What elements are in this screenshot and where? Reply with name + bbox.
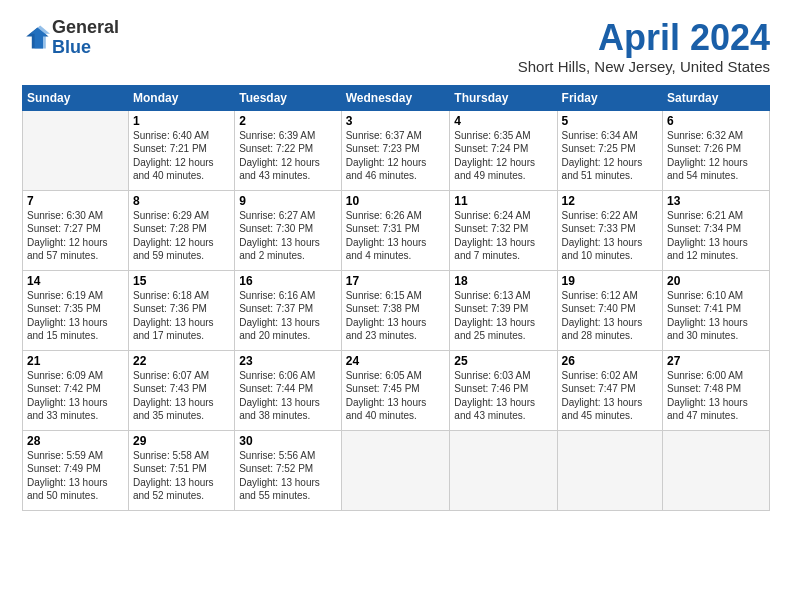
weekday-monday: Monday <box>128 85 234 110</box>
day-cell: 28Sunrise: 5:59 AMSunset: 7:49 PMDayligh… <box>23 430 129 510</box>
day-cell: 10Sunrise: 6:26 AMSunset: 7:31 PMDayligh… <box>341 190 450 270</box>
day-cell: 14Sunrise: 6:19 AMSunset: 7:35 PMDayligh… <box>23 270 129 350</box>
day-number: 14 <box>27 274 124 288</box>
day-info: Sunrise: 6:07 AMSunset: 7:43 PMDaylight:… <box>133 369 230 423</box>
day-info: Sunrise: 6:18 AMSunset: 7:36 PMDaylight:… <box>133 289 230 343</box>
day-number: 30 <box>239 434 337 448</box>
day-cell: 3Sunrise: 6:37 AMSunset: 7:23 PMDaylight… <box>341 110 450 190</box>
day-number: 18 <box>454 274 552 288</box>
day-number: 11 <box>454 194 552 208</box>
day-info: Sunrise: 6:12 AMSunset: 7:40 PMDaylight:… <box>562 289 658 343</box>
day-info: Sunrise: 5:59 AMSunset: 7:49 PMDaylight:… <box>27 449 124 503</box>
page: General Blue April 2024 Short Hills, New… <box>0 0 792 612</box>
day-cell: 21Sunrise: 6:09 AMSunset: 7:42 PMDayligh… <box>23 350 129 430</box>
day-number: 2 <box>239 114 337 128</box>
day-number: 10 <box>346 194 446 208</box>
day-info: Sunrise: 6:37 AMSunset: 7:23 PMDaylight:… <box>346 129 446 183</box>
day-number: 9 <box>239 194 337 208</box>
day-number: 1 <box>133 114 230 128</box>
calendar-table: SundayMondayTuesdayWednesdayThursdayFrid… <box>22 85 770 511</box>
logo-general-text: General <box>52 17 119 37</box>
day-cell: 25Sunrise: 6:03 AMSunset: 7:46 PMDayligh… <box>450 350 557 430</box>
day-info: Sunrise: 6:03 AMSunset: 7:46 PMDaylight:… <box>454 369 552 423</box>
week-row-1: 1Sunrise: 6:40 AMSunset: 7:21 PMDaylight… <box>23 110 770 190</box>
day-cell <box>450 430 557 510</box>
day-info: Sunrise: 6:21 AMSunset: 7:34 PMDaylight:… <box>667 209 765 263</box>
week-row-2: 7Sunrise: 6:30 AMSunset: 7:27 PMDaylight… <box>23 190 770 270</box>
day-number: 29 <box>133 434 230 448</box>
day-info: Sunrise: 6:24 AMSunset: 7:32 PMDaylight:… <box>454 209 552 263</box>
day-number: 26 <box>562 354 658 368</box>
day-number: 25 <box>454 354 552 368</box>
title-block: April 2024 Short Hills, New Jersey, Unit… <box>518 18 770 75</box>
day-cell: 19Sunrise: 6:12 AMSunset: 7:40 PMDayligh… <box>557 270 662 350</box>
weekday-friday: Friday <box>557 85 662 110</box>
weekday-tuesday: Tuesday <box>235 85 342 110</box>
day-cell: 9Sunrise: 6:27 AMSunset: 7:30 PMDaylight… <box>235 190 342 270</box>
day-info: Sunrise: 6:16 AMSunset: 7:37 PMDaylight:… <box>239 289 337 343</box>
day-cell: 12Sunrise: 6:22 AMSunset: 7:33 PMDayligh… <box>557 190 662 270</box>
day-number: 7 <box>27 194 124 208</box>
day-cell: 27Sunrise: 6:00 AMSunset: 7:48 PMDayligh… <box>663 350 770 430</box>
day-cell: 22Sunrise: 6:07 AMSunset: 7:43 PMDayligh… <box>128 350 234 430</box>
logo-blue-text: Blue <box>52 37 91 57</box>
day-number: 8 <box>133 194 230 208</box>
day-number: 21 <box>27 354 124 368</box>
day-cell: 24Sunrise: 6:05 AMSunset: 7:45 PMDayligh… <box>341 350 450 430</box>
day-cell: 7Sunrise: 6:30 AMSunset: 7:27 PMDaylight… <box>23 190 129 270</box>
header: General Blue April 2024 Short Hills, New… <box>22 18 770 75</box>
day-number: 16 <box>239 274 337 288</box>
day-info: Sunrise: 6:02 AMSunset: 7:47 PMDaylight:… <box>562 369 658 423</box>
day-number: 5 <box>562 114 658 128</box>
day-info: Sunrise: 6:39 AMSunset: 7:22 PMDaylight:… <box>239 129 337 183</box>
day-number: 13 <box>667 194 765 208</box>
day-info: Sunrise: 6:19 AMSunset: 7:35 PMDaylight:… <box>27 289 124 343</box>
day-number: 15 <box>133 274 230 288</box>
calendar-body: 1Sunrise: 6:40 AMSunset: 7:21 PMDaylight… <box>23 110 770 510</box>
day-number: 3 <box>346 114 446 128</box>
day-cell <box>663 430 770 510</box>
day-info: Sunrise: 6:34 AMSunset: 7:25 PMDaylight:… <box>562 129 658 183</box>
day-number: 19 <box>562 274 658 288</box>
day-info: Sunrise: 6:13 AMSunset: 7:39 PMDaylight:… <box>454 289 552 343</box>
day-cell: 20Sunrise: 6:10 AMSunset: 7:41 PMDayligh… <box>663 270 770 350</box>
day-cell: 26Sunrise: 6:02 AMSunset: 7:47 PMDayligh… <box>557 350 662 430</box>
day-info: Sunrise: 6:30 AMSunset: 7:27 PMDaylight:… <box>27 209 124 263</box>
day-cell <box>23 110 129 190</box>
day-number: 20 <box>667 274 765 288</box>
day-number: 24 <box>346 354 446 368</box>
day-cell: 1Sunrise: 6:40 AMSunset: 7:21 PMDaylight… <box>128 110 234 190</box>
day-cell: 15Sunrise: 6:18 AMSunset: 7:36 PMDayligh… <box>128 270 234 350</box>
day-info: Sunrise: 6:35 AMSunset: 7:24 PMDaylight:… <box>454 129 552 183</box>
weekday-saturday: Saturday <box>663 85 770 110</box>
logo-icon <box>22 24 50 52</box>
day-cell: 16Sunrise: 6:16 AMSunset: 7:37 PMDayligh… <box>235 270 342 350</box>
day-cell: 8Sunrise: 6:29 AMSunset: 7:28 PMDaylight… <box>128 190 234 270</box>
day-number: 6 <box>667 114 765 128</box>
day-number: 17 <box>346 274 446 288</box>
day-cell: 4Sunrise: 6:35 AMSunset: 7:24 PMDaylight… <box>450 110 557 190</box>
day-info: Sunrise: 6:00 AMSunset: 7:48 PMDaylight:… <box>667 369 765 423</box>
day-cell: 6Sunrise: 6:32 AMSunset: 7:26 PMDaylight… <box>663 110 770 190</box>
day-info: Sunrise: 5:56 AMSunset: 7:52 PMDaylight:… <box>239 449 337 503</box>
day-cell: 17Sunrise: 6:15 AMSunset: 7:38 PMDayligh… <box>341 270 450 350</box>
day-cell <box>341 430 450 510</box>
day-cell: 18Sunrise: 6:13 AMSunset: 7:39 PMDayligh… <box>450 270 557 350</box>
day-info: Sunrise: 6:29 AMSunset: 7:28 PMDaylight:… <box>133 209 230 263</box>
week-row-5: 28Sunrise: 5:59 AMSunset: 7:49 PMDayligh… <box>23 430 770 510</box>
day-cell: 30Sunrise: 5:56 AMSunset: 7:52 PMDayligh… <box>235 430 342 510</box>
day-info: Sunrise: 6:06 AMSunset: 7:44 PMDaylight:… <box>239 369 337 423</box>
week-row-3: 14Sunrise: 6:19 AMSunset: 7:35 PMDayligh… <box>23 270 770 350</box>
day-number: 4 <box>454 114 552 128</box>
day-info: Sunrise: 6:32 AMSunset: 7:26 PMDaylight:… <box>667 129 765 183</box>
day-info: Sunrise: 6:27 AMSunset: 7:30 PMDaylight:… <box>239 209 337 263</box>
day-cell: 23Sunrise: 6:06 AMSunset: 7:44 PMDayligh… <box>235 350 342 430</box>
weekday-sunday: Sunday <box>23 85 129 110</box>
day-info: Sunrise: 6:10 AMSunset: 7:41 PMDaylight:… <box>667 289 765 343</box>
weekday-thursday: Thursday <box>450 85 557 110</box>
day-info: Sunrise: 6:26 AMSunset: 7:31 PMDaylight:… <box>346 209 446 263</box>
day-info: Sunrise: 6:05 AMSunset: 7:45 PMDaylight:… <box>346 369 446 423</box>
day-number: 12 <box>562 194 658 208</box>
day-number: 23 <box>239 354 337 368</box>
day-info: Sunrise: 6:09 AMSunset: 7:42 PMDaylight:… <box>27 369 124 423</box>
